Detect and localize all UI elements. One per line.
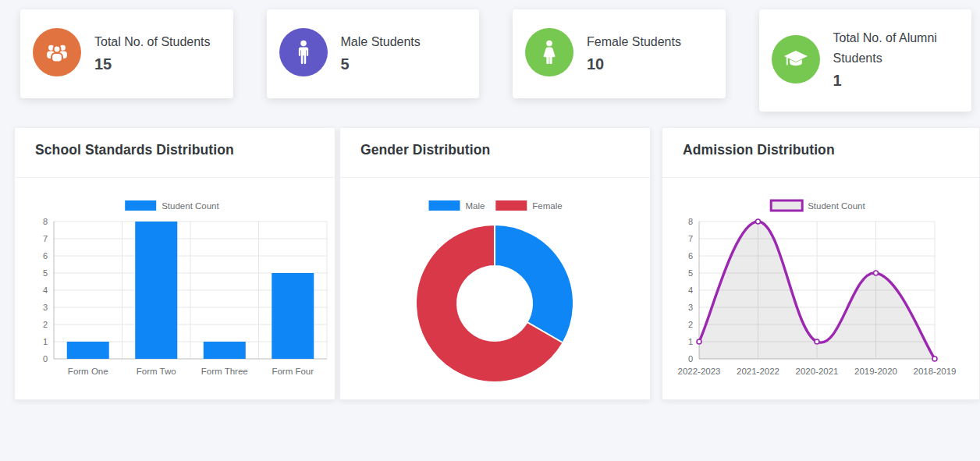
svg-text:0: 0	[688, 354, 693, 363]
admission-line-chart: Student Count0123456782022-20232021-2022…	[662, 178, 979, 399]
x-tick-label: Form Three	[201, 367, 248, 376]
point-2021-2022[interactable]	[756, 219, 761, 224]
legend-label: Student Count	[162, 201, 219, 211]
svg-text:0: 0	[43, 354, 48, 363]
chart-card-admission: Admission Distribution Student Count0123…	[662, 127, 980, 400]
stat-card-total-students: Total No. of Students 15	[20, 9, 233, 98]
svg-text:6: 6	[43, 251, 48, 261]
doughnut	[416, 225, 573, 382]
svg-text:7: 7	[43, 234, 48, 243]
svg-text:3: 3	[688, 303, 693, 312]
chart-title: School Standards Distribution	[35, 142, 234, 158]
point-2019-2020[interactable]	[874, 271, 879, 275]
chart-card-gender: Gender Distribution MaleFemale	[339, 127, 651, 400]
x-tick-label: 2021-2022	[737, 367, 779, 376]
chart-header: Gender Distribution	[340, 128, 650, 178]
stat-value: 5	[341, 55, 421, 73]
stat-label: Total No. of Students	[94, 32, 211, 52]
x-tick-label: Form Four	[272, 367, 314, 376]
legend-label: Student Count	[808, 201, 865, 211]
chart-legend[interactable]: Student Count	[771, 200, 865, 211]
chart-legend[interactable]: MaleFemale	[429, 200, 563, 211]
svg-text:2: 2	[688, 320, 693, 329]
gender-doughnut-chart: MaleFemale	[340, 178, 650, 399]
stat-value: 1	[833, 72, 960, 90]
svg-text:5: 5	[43, 268, 48, 278]
female-icon	[525, 28, 573, 76]
x-tick-label: 2019-2020	[854, 367, 897, 376]
legend-label: Male	[466, 201, 485, 211]
x-tick-label: 2020-2021	[796, 367, 839, 376]
chart-title: Gender Distribution	[360, 142, 490, 158]
svg-text:8: 8	[688, 217, 693, 226]
stat-card-alumni-students: Total No. of Alumni Students 1	[759, 9, 972, 112]
bar-form-four[interactable]	[272, 273, 314, 359]
stat-value: 15	[94, 55, 211, 73]
x-tick-label: 2022-2023	[678, 367, 721, 376]
x-tick-label: Form One	[68, 367, 108, 376]
svg-text:4: 4	[688, 285, 693, 295]
stat-label: Female Students	[587, 32, 681, 52]
male-icon	[279, 28, 328, 76]
svg-text:4: 4	[43, 285, 48, 295]
legend-swatch	[125, 200, 156, 211]
bar-form-one[interactable]	[67, 342, 109, 359]
legend-swatch	[429, 200, 460, 211]
chart-header: School Standards Distribution	[15, 128, 335, 178]
legend-label: Female	[532, 201, 562, 211]
point-2020-2021[interactable]	[815, 339, 819, 344]
x-tick-label: Form Two	[137, 367, 176, 376]
legend-swatch	[771, 200, 802, 211]
standards-bar-chart: Student Count012345678Form OneForm TwoFo…	[15, 178, 335, 399]
stat-card-male-students: Male Students 5	[267, 9, 480, 98]
stat-cards-row: Total No. of Students 15 Male Students 5…	[0, 0, 980, 112]
svg-text:8: 8	[43, 217, 48, 226]
slice-male[interactable]	[495, 225, 573, 343]
stat-label: Total No. of Alumni Students	[833, 28, 960, 69]
chart-legend[interactable]: Student Count	[125, 200, 219, 211]
stat-label: Male Students	[341, 32, 421, 52]
bar-form-two[interactable]	[135, 222, 177, 359]
point-2022-2023[interactable]	[697, 339, 701, 344]
chart-title: Admission Distribution	[683, 142, 835, 158]
svg-text:1: 1	[688, 337, 693, 346]
graduation-cap-icon	[772, 35, 820, 83]
charts-row: School Standards Distribution Student Co…	[0, 127, 980, 400]
bar-form-three[interactable]	[204, 342, 246, 359]
svg-text:5: 5	[688, 268, 693, 278]
svg-text:7: 7	[688, 234, 693, 243]
legend-swatch	[495, 200, 527, 211]
chart-card-standards: School Standards Distribution Student Co…	[14, 127, 336, 400]
svg-text:1: 1	[43, 337, 48, 346]
point-2018-2019[interactable]	[932, 356, 937, 361]
svg-text:2: 2	[43, 320, 48, 329]
chart-header: Admission Distribution	[662, 128, 979, 178]
stat-value: 10	[587, 55, 681, 73]
stat-card-female-students: Female Students 10	[513, 9, 726, 98]
svg-text:3: 3	[43, 303, 48, 312]
x-tick-label: 2018-2019	[914, 367, 957, 376]
users-icon	[33, 28, 81, 76]
svg-text:6: 6	[688, 251, 693, 261]
